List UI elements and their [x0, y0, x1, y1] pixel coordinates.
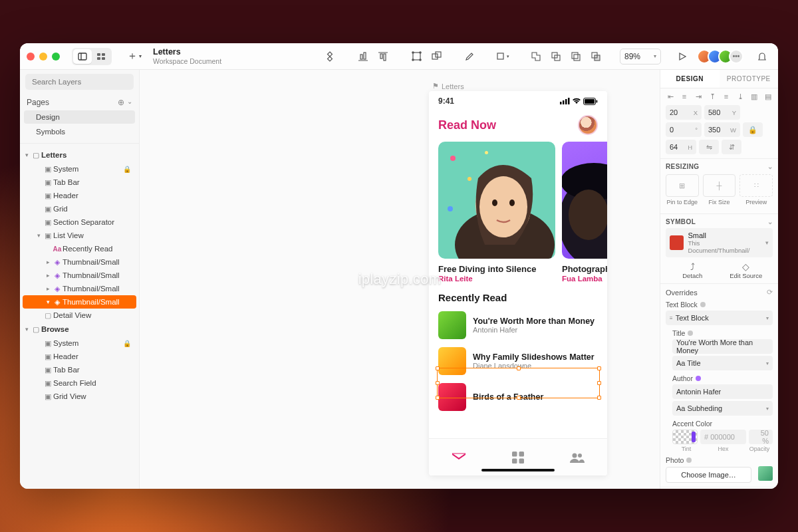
zoom-window-button[interactable]	[52, 53, 60, 61]
create-symbol-icon[interactable]	[321, 47, 339, 66]
layer-recently-read[interactable]: AaRecently Read	[23, 242, 136, 255]
intersect-icon[interactable]	[567, 47, 585, 66]
tab-people-icon[interactable]	[548, 439, 607, 475]
profile-avatar[interactable]	[578, 115, 598, 135]
opacity-input[interactable]: 50 %	[749, 430, 773, 444]
page-symbols[interactable]: Symbols	[24, 125, 135, 138]
layer-detail-view[interactable]: ▢Detail View	[23, 309, 136, 322]
avatar-more[interactable]: •••	[729, 49, 743, 64]
layer-section-separator[interactable]: ▣Section Separator	[23, 215, 136, 229]
accent-color-swatch[interactable]	[672, 430, 698, 444]
layer-thumbnail-small[interactable]: ▸◈Thumbnail/Small	[23, 255, 136, 269]
edit-icon[interactable]	[460, 47, 479, 66]
distribute-v-icon[interactable]: ▤	[763, 92, 773, 101]
title-style-dropdown[interactable]: Aa Title▾	[672, 356, 773, 370]
inspector-tabs[interactable]: DESIGN PROTOTYPE	[660, 70, 778, 88]
align-vcenter-icon[interactable]: ≡	[722, 92, 731, 101]
artboard-letters[interactable]: 9:41 Read Now	[429, 91, 607, 475]
flip-v-icon[interactable]: ⇵	[722, 140, 741, 154]
w-field[interactable]: 350W	[704, 122, 740, 137]
search-input[interactable]	[32, 78, 130, 86]
union-icon[interactable]	[527, 47, 545, 66]
symbol-picker[interactable]: Small This Document/Thumbnail/ ▾	[666, 228, 773, 257]
detach-button[interactable]: ⤴Detach	[666, 261, 720, 279]
collapse-pages-icon[interactable]: ⌄	[127, 98, 132, 107]
page-design[interactable]: Design	[24, 110, 135, 124]
play-preview-icon[interactable]	[673, 47, 692, 66]
distribute-h-icon[interactable]: ▥	[749, 92, 759, 101]
insert-button[interactable]: ＋▾	[125, 47, 144, 66]
read-now-heading: Read Now	[438, 118, 496, 132]
layer-tab-bar[interactable]: ▣Tab Bar	[23, 363, 136, 376]
canvas[interactable]: ⚑Letters 9:41 Read Now	[140, 70, 660, 489]
edit-source-button[interactable]: ◇Edit Source	[720, 261, 773, 279]
reset-overrides-icon[interactable]: ⟳	[767, 288, 773, 297]
title-override-input[interactable]: You're Worth More than Money	[672, 339, 773, 354]
layer-grid-view[interactable]: ▣Grid View	[23, 390, 136, 403]
align-bottom-icon2[interactable]: ⤓	[735, 92, 745, 101]
collaborators[interactable]: •••	[701, 49, 743, 64]
align-top-icon[interactable]	[374, 47, 392, 66]
layer-header[interactable]: ▣Header	[23, 350, 136, 363]
layer-system[interactable]: ▣System🔒	[23, 336, 136, 350]
hex-input[interactable]: # 000000	[700, 430, 746, 444]
chevron-down-icon[interactable]: ⌄	[767, 163, 773, 170]
layers-view-icon[interactable]	[73, 49, 92, 64]
layer-thumbnail-small[interactable]: ▸◈Thumbnail/Small	[23, 282, 136, 295]
fix-size[interactable]: ┼Fix Size	[703, 174, 736, 205]
align-bottom-icon[interactable]	[354, 47, 372, 66]
h-field[interactable]: 64H	[666, 140, 696, 154]
tab-prototype[interactable]: PROTOTYPE	[720, 70, 779, 88]
pin-to-edge[interactable]: ⊞Pin to Edge	[666, 174, 699, 205]
x-field[interactable]: 20X	[666, 105, 702, 120]
author-style-dropdown[interactable]: Aa Subheding▾	[672, 401, 773, 416]
group-icon[interactable]	[407, 47, 426, 66]
close-window-button[interactable]	[27, 53, 35, 61]
layer-thumbnail-small[interactable]: ▸◈Thumbnail/Small	[23, 269, 136, 282]
ungroup-icon[interactable]	[427, 47, 446, 66]
card-2[interactable]: Photographi Fua Lamba	[562, 142, 607, 283]
svg-rect-31	[568, 98, 570, 104]
lock-aspect-icon[interactable]: 🔒	[743, 122, 763, 137]
align-right-icon[interactable]: ⇥	[694, 92, 703, 101]
layer-search-field[interactable]: ▣Search Field	[23, 376, 136, 390]
card-1[interactable]: Free Diving into Silence Rita Leite	[438, 142, 555, 283]
align-left-icon[interactable]: ⇤	[666, 92, 675, 101]
resize-preview[interactable]: ∷Preview	[739, 174, 773, 205]
notifications-icon[interactable]	[753, 47, 771, 66]
chevron-down-icon[interactable]: ⌄	[767, 218, 773, 225]
y-field[interactable]: 580Y	[704, 105, 740, 120]
svg-point-15	[412, 59, 413, 61]
transform-icon[interactable]: ▾	[493, 47, 512, 66]
author-override-input[interactable]: Antonin Hafer	[672, 384, 773, 399]
angle-field[interactable]: 0°	[666, 122, 702, 137]
components-view-icon[interactable]	[92, 49, 110, 64]
cards-scroller[interactable]: Free Diving into Silence Rita Leite Phot…	[429, 139, 607, 283]
layer-grid[interactable]: ▣Grid	[23, 202, 136, 215]
sidebar-view-toggle[interactable]	[72, 48, 112, 65]
align-hcenter-icon[interactable]: ≡	[680, 92, 689, 101]
search-layers[interactable]	[25, 74, 134, 90]
minimize-window-button[interactable]	[39, 53, 47, 61]
alignment-controls[interactable]: ⇤≡⇥ ⤒≡⤓ ▥▤	[660, 88, 778, 105]
align-top-icon2[interactable]: ⤒	[708, 92, 717, 101]
zoom-dropdown[interactable]: 89%▾	[620, 49, 661, 65]
textblock-dropdown[interactable]: ≡Text Block▾	[666, 311, 773, 325]
layer-group-letters[interactable]: ▾▢Letters	[20, 148, 139, 162]
list-item[interactable]: You're Worth More than MoneyAntonin Hafe…	[438, 307, 598, 343]
tab-design[interactable]: DESIGN	[660, 70, 720, 88]
artboard-label[interactable]: ⚑Letters	[432, 82, 464, 90]
layer-thumbnail-small[interactable]: ▾◈Thumbnail/Small	[23, 295, 136, 309]
override-image-thumb[interactable]	[758, 466, 773, 481]
subtract-icon[interactable]	[547, 47, 565, 66]
add-page-icon[interactable]: ⊕	[118, 98, 124, 107]
difference-icon[interactable]	[587, 47, 605, 66]
flip-h-icon[interactable]: ⇋	[699, 140, 719, 154]
layer-tab-bar[interactable]: ▣Tab Bar	[23, 176, 136, 189]
choose-image-button[interactable]: Choose Image…	[666, 467, 751, 483]
tab-read-icon[interactable]	[429, 439, 488, 475]
layer-system[interactable]: ▣System🔒	[23, 162, 136, 176]
layer-group-browse[interactable]: ▾▢Browse	[20, 322, 139, 336]
layer-header[interactable]: ▣Header	[23, 189, 136, 202]
layer-list-view[interactable]: ▾▣List View	[23, 229, 136, 242]
